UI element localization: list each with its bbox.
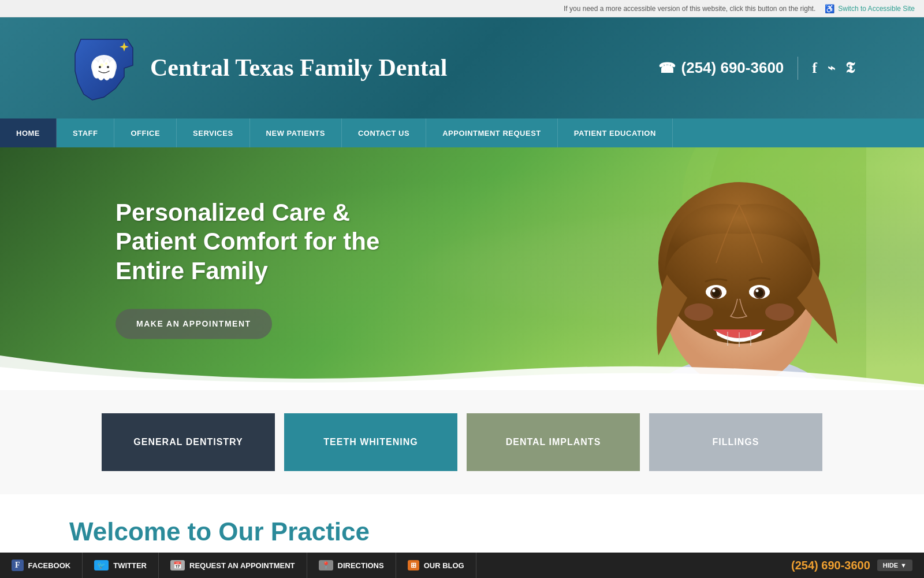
chevron-down-icon: ▼ (900, 562, 907, 567)
nav-new-patients[interactable]: NEW PATIENTS (250, 118, 342, 147)
nav-office[interactable]: OFFICE (114, 118, 177, 147)
nav-patient-education[interactable]: PATIENT EDUCATION (558, 118, 673, 147)
blog-label: OUR BLOG (424, 561, 464, 568)
logo-area: Central Texas Family Dental (69, 31, 447, 106)
service-tile-general-dentistry[interactable]: GENERAL DENTISTRY (102, 413, 275, 471)
facebook-label: FACEBOOK (28, 561, 71, 568)
nav-staff[interactable]: STAFF (57, 118, 114, 147)
bottombar-request-appointment[interactable]: 📅 REQUEST AN APPOINTMENT (159, 553, 307, 567)
request-appointment-label: REQUEST AN APPOINTMENT (189, 561, 295, 568)
svg-point-5 (107, 66, 109, 68)
hero-wave (0, 355, 924, 390)
hide-label: HIDE (883, 562, 898, 567)
hero-section: Personalized Care & Patient Comfort for … (0, 147, 924, 390)
accessibility-bar: If you need a more accessible version of… (0, 0, 924, 17)
service-tile-teeth-whitening[interactable]: TEETH WHITENING (284, 413, 457, 471)
appointment-bottom-icon: 📅 (170, 560, 185, 567)
service-tiles: GENERAL DENTISTRY TEETH WHITENING DENTAL… (0, 390, 924, 494)
accessible-site-button[interactable]: ♿ Switch to Accessible Site (825, 4, 915, 13)
svg-point-3 (105, 62, 107, 65)
hero-headline: Personalized Care & Patient Comfort for … (116, 198, 404, 286)
bottombar-directions[interactable]: 📍 DIRECTIONS (307, 553, 396, 567)
social-icons: f ⌁ 𝕿 (812, 59, 855, 77)
wheelchair-icon: ♿ (825, 4, 834, 13)
facebook-bottom-icon: f (12, 560, 24, 567)
logo[interactable] (69, 31, 139, 106)
phone-area: ☎ (254) 690-3600 (658, 59, 784, 77)
welcome-title: Welcome to Our Practice (69, 517, 855, 546)
svg-point-19 (756, 290, 759, 292)
svg-point-15 (713, 290, 716, 292)
practice-name: Central Texas Family Dental (150, 54, 447, 81)
twitter-bottom-icon: 🐦 (94, 560, 109, 567)
hide-button[interactable]: HIDE ▼ (877, 560, 912, 567)
svg-point-24 (765, 303, 794, 321)
header-divider (798, 57, 798, 80)
accessibility-info-text: If you need a more accessible version of… (564, 5, 815, 13)
bottombar-twitter[interactable]: 🐦 TWITTER (83, 553, 159, 567)
hero-person (520, 147, 866, 390)
make-appointment-button[interactable]: MAKE AN APPOINTMENT (116, 309, 272, 339)
nav-appointment-request[interactable]: APPOINTMENT REQUEST (426, 118, 558, 147)
bottombar-facebook[interactable]: f FACEBOOK (0, 553, 83, 567)
bottom-bar: f FACEBOOK 🐦 TWITTER 📅 REQUEST AN APPOIN… (0, 553, 924, 567)
nav-services[interactable]: SERVICES (177, 118, 250, 147)
service-tile-fillings[interactable]: FILLINGS (649, 413, 822, 471)
directions-label: DIRECTIONS (338, 561, 384, 568)
nav-contact-us[interactable]: CONTACT US (342, 118, 426, 147)
directions-bottom-icon: 📍 (319, 560, 333, 567)
phone-number[interactable]: (254) 690-3600 (681, 59, 784, 77)
phone-icon: ☎ (658, 60, 676, 76)
nav-home[interactable]: HOME (0, 118, 57, 147)
hero-content: Personalized Care & Patient Comfort for … (116, 198, 404, 339)
site-header: Central Texas Family Dental ☎ (254) 690-… (0, 17, 924, 118)
blog-bottom-icon: ⊞ (408, 560, 419, 567)
bottom-phone-number: (254) 690-3600 (791, 559, 870, 568)
rss-icon[interactable]: ⌁ (828, 61, 835, 76)
header-right: ☎ (254) 690-3600 f ⌁ 𝕿 (658, 57, 855, 80)
bottombar-blog[interactable]: ⊞ OUR BLOG (396, 553, 476, 567)
bottom-bar-phone[interactable]: (254) 690-3600 HIDE ▼ (780, 559, 924, 568)
twitter-label: TWITTER (113, 561, 147, 568)
accessible-site-label: Switch to Accessible Site (838, 5, 915, 13)
main-nav: HOME STAFF OFFICE SERVICES NEW PATIENTS … (0, 118, 924, 147)
facebook-icon[interactable]: f (812, 60, 817, 77)
svg-point-23 (684, 303, 713, 321)
twitter-icon[interactable]: 𝕿 (845, 59, 855, 77)
svg-point-4 (99, 66, 101, 68)
service-tile-dental-implants[interactable]: DENTAL IMPLANTS (467, 413, 640, 471)
